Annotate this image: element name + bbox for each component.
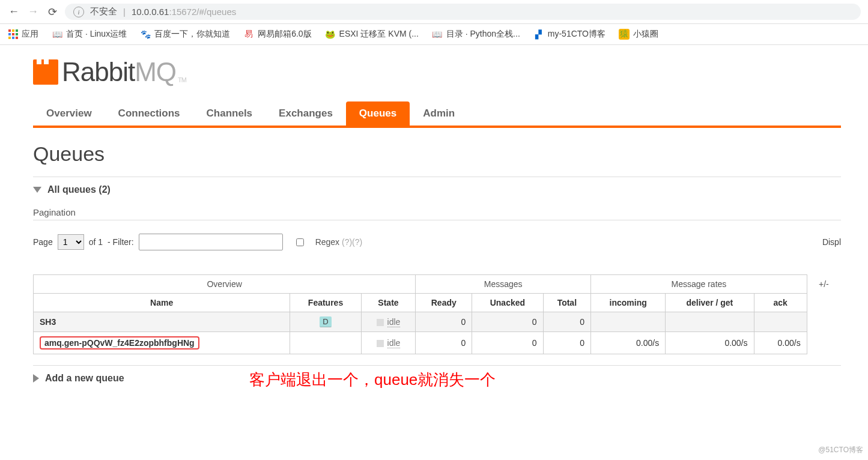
info-icon[interactable]: i xyxy=(73,7,84,17)
page-select[interactable]: 1 xyxy=(58,234,84,250)
col-state: State xyxy=(361,294,416,312)
col-group-plusminus[interactable]: +/- xyxy=(807,275,840,294)
col-group-overview: Overview xyxy=(34,275,416,294)
nav-forward-button[interactable]: → xyxy=(26,5,40,18)
browser-toolbar: ← → ⟳ i 不安全 | 10.0.0.61:15672/#/queues xyxy=(0,0,868,24)
bookmark-python[interactable]: 📖目录 · Python全栈... xyxy=(432,29,520,40)
feature-durable-badge: D xyxy=(320,316,331,327)
col-ack[interactable]: ack xyxy=(754,294,807,312)
col-group-rates: Message rates xyxy=(591,275,807,294)
address-bar[interactable]: i 不安全 | 10.0.0.61:15672/#/queues xyxy=(65,4,861,20)
state-label: idle xyxy=(387,317,401,327)
col-ready[interactable]: Ready xyxy=(416,294,472,312)
regex-label: Regex (?)(?) xyxy=(315,237,363,247)
state-indicator-icon xyxy=(377,319,384,326)
bookmark-51cto[interactable]: ▞my-51CTO博客 xyxy=(533,29,605,40)
page-title: Queues xyxy=(33,142,841,166)
tab-queues[interactable]: Queues xyxy=(346,101,410,126)
book-icon: 📖 xyxy=(52,29,62,40)
paw-icon: 🐾 xyxy=(140,29,151,40)
bookmarks-bar: 应用 📖首页 · Linux运维 🐾百度一下，你就知道 易网易邮箱6.0版 🐸E… xyxy=(0,24,868,45)
pagination-controls: Page 1 of 1 - Filter: Regex (?)(?) Displ xyxy=(33,234,841,250)
tab-overview[interactable]: Overview xyxy=(33,101,105,126)
cell-deliver xyxy=(666,312,754,332)
page-body: RabbitMQTM Overview Connections Channels… xyxy=(0,45,868,403)
bookmark-baidu[interactable]: 🐾百度一下，你就知道 xyxy=(140,29,230,40)
separator: | xyxy=(123,7,126,17)
bookmark-linux[interactable]: 📖首页 · Linux运维 xyxy=(52,29,127,40)
page-label: Page xyxy=(33,237,53,247)
frog-icon: 🐸 xyxy=(325,29,336,40)
nav-reload-button[interactable]: ⟳ xyxy=(46,5,59,19)
table-row: SH3 D idle 0 0 0 xyxy=(34,312,841,332)
cell-ack xyxy=(754,312,807,332)
tab-channels[interactable]: Channels xyxy=(193,101,266,126)
col-name[interactable]: Name xyxy=(34,294,290,312)
all-queues-toggle[interactable]: All queues (2) xyxy=(33,184,841,195)
col-unacked[interactable]: Unacked xyxy=(472,294,543,312)
cell-incoming xyxy=(591,312,666,332)
tab-admin[interactable]: Admin xyxy=(410,101,468,126)
cell-unacked: 0 xyxy=(472,332,543,354)
chevron-right-icon xyxy=(33,374,39,383)
of-total: of 1 xyxy=(89,237,103,247)
cell-features xyxy=(290,332,361,354)
apps-button[interactable]: 应用 xyxy=(8,29,38,40)
bookmark-163mail[interactable]: 易网易邮箱6.0版 xyxy=(243,29,311,40)
rabbit-icon xyxy=(33,59,58,85)
main-tabs: Overview Connections Channels Exchanges … xyxy=(33,101,841,128)
state-indicator-icon xyxy=(377,340,384,347)
chevron-down-icon xyxy=(33,187,41,193)
col-features: Features xyxy=(290,294,361,312)
cell-total: 0 xyxy=(543,332,591,354)
section-all-queues: All queues (2) Pagination Page 1 of 1 - … xyxy=(33,177,841,391)
book-icon: 📖 xyxy=(432,29,443,40)
cell-incoming: 0.00/s xyxy=(591,332,666,354)
col-incoming[interactable]: incoming xyxy=(591,294,666,312)
queues-table: Overview Messages Message rates +/- Name… xyxy=(33,274,841,354)
cell-total: 0 xyxy=(543,312,591,332)
monkey-icon: 猿 xyxy=(619,29,630,40)
col-deliver[interactable]: deliver / get xyxy=(666,294,754,312)
cell-ready: 0 xyxy=(416,312,472,332)
insecure-label: 不安全 xyxy=(90,6,117,17)
annotation-text: 客户端退出一个，queue就消失一个 xyxy=(249,369,496,390)
cell-ready: 0 xyxy=(416,332,472,354)
tab-exchanges[interactable]: Exchanges xyxy=(266,101,346,126)
bookmark-xiaoyuan[interactable]: 猿小猿圈 xyxy=(619,29,658,40)
bookmark-esxi[interactable]: 🐸ESXI 迁移至 KVM (... xyxy=(325,29,419,40)
cell-unacked: 0 xyxy=(472,312,543,332)
queue-link[interactable]: amq.gen-pQQvW_fz4E2zopbhfbgHNg xyxy=(40,336,199,350)
apps-icon xyxy=(8,29,18,39)
nav-back-button[interactable]: ← xyxy=(7,5,20,18)
queue-link[interactable]: SH3 xyxy=(40,317,56,327)
pagination-label: Pagination xyxy=(33,207,841,217)
blog-icon: ▞ xyxy=(533,29,544,40)
filter-input[interactable] xyxy=(139,234,283,250)
col-group-messages: Messages xyxy=(416,275,591,294)
url-host: 10.0.0.61 xyxy=(132,7,169,17)
regex-checkbox[interactable] xyxy=(296,238,304,246)
cell-deliver: 0.00/s xyxy=(666,332,754,354)
col-total[interactable]: Total xyxy=(543,294,591,312)
filter-label: - Filter: xyxy=(108,237,134,247)
mail-icon: 易 xyxy=(243,29,254,40)
table-row: amq.gen-pQQvW_fz4E2zopbhfbgHNg idle 0 0 … xyxy=(34,332,841,354)
display-label: Displ xyxy=(822,237,841,247)
state-label: idle xyxy=(387,338,401,348)
cell-ack: 0.00/s xyxy=(754,332,807,354)
rabbitmq-logo: RabbitMQTM xyxy=(33,57,841,87)
url-path: :15672/#/queues xyxy=(169,7,236,17)
tab-connections[interactable]: Connections xyxy=(105,101,193,126)
